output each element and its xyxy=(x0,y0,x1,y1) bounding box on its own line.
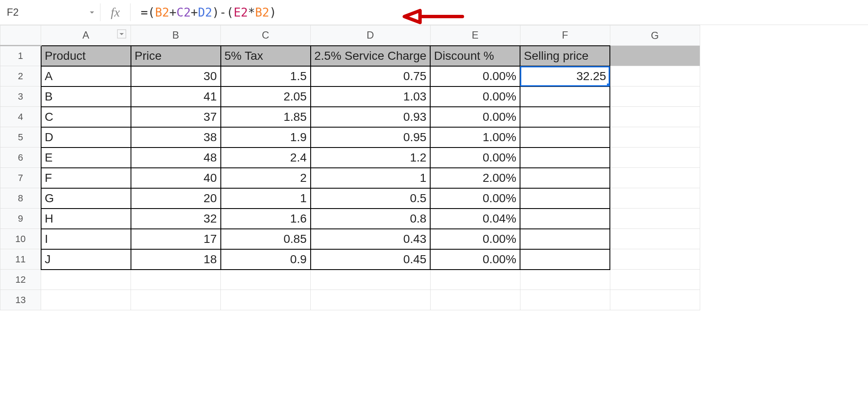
cell-F6[interactable] xyxy=(520,148,610,168)
cell-D3[interactable]: 1.03 xyxy=(311,86,431,107)
cell-F9[interactable] xyxy=(520,209,610,229)
cell-A13[interactable] xyxy=(41,290,131,310)
row-header-11[interactable]: 11 xyxy=(0,249,41,270)
cell-G9[interactable] xyxy=(610,209,700,229)
cell-E9[interactable]: 0.04% xyxy=(430,209,520,229)
cell-F7[interactable] xyxy=(520,168,610,188)
cell-F11[interactable] xyxy=(520,249,610,270)
cell-B10[interactable]: 17 xyxy=(131,229,221,249)
column-header-E[interactable]: E xyxy=(430,25,520,46)
cell-D9[interactable]: 0.8 xyxy=(311,209,431,229)
cell-C12[interactable] xyxy=(221,270,311,290)
cell-E1[interactable]: Discount % xyxy=(430,46,520,66)
cell-D4[interactable]: 0.93 xyxy=(311,107,431,127)
formula-input[interactable]: =(B2+C2+D2)-(E2*B2) xyxy=(131,6,868,19)
cell-B1[interactable]: Price xyxy=(131,46,221,66)
cell-E8[interactable]: 0.00% xyxy=(430,188,520,209)
row-header-5[interactable]: 5 xyxy=(0,127,41,148)
row-header-1[interactable]: 1 xyxy=(0,46,41,66)
cell-G13[interactable] xyxy=(610,290,700,310)
cell-E4[interactable]: 0.00% xyxy=(430,107,520,127)
cell-F4[interactable] xyxy=(520,107,610,127)
select-all-corner[interactable] xyxy=(0,25,41,46)
cell-D13[interactable] xyxy=(311,290,431,310)
cell-A8[interactable]: G xyxy=(41,188,131,209)
cell-C13[interactable] xyxy=(221,290,311,310)
cell-B5[interactable]: 38 xyxy=(131,127,221,148)
cell-F3[interactable] xyxy=(520,86,610,107)
row-header-13[interactable]: 13 xyxy=(0,290,41,310)
cell-C11[interactable]: 0.9 xyxy=(221,249,311,270)
cell-E2[interactable]: 0.00% xyxy=(430,66,520,86)
row-header-4[interactable]: 4 xyxy=(0,107,41,127)
row-header-10[interactable]: 10 xyxy=(0,229,41,249)
cell-D12[interactable] xyxy=(311,270,431,290)
column-header-D[interactable]: D xyxy=(311,25,431,46)
cell-A11[interactable]: J xyxy=(41,249,131,270)
cell-E5[interactable]: 1.00% xyxy=(430,127,520,148)
cell-D1[interactable]: 2.5% Service Charge xyxy=(311,46,431,66)
cell-E6[interactable]: 0.00% xyxy=(430,148,520,168)
cell-D10[interactable]: 0.43 xyxy=(311,229,431,249)
cell-C1[interactable]: 5% Tax xyxy=(221,46,311,66)
column-dropdown-icon[interactable] xyxy=(117,29,126,41)
row-header-12[interactable]: 12 xyxy=(0,270,41,290)
fill-handle[interactable] xyxy=(607,84,610,86)
cell-G12[interactable] xyxy=(610,270,700,290)
cell-F8[interactable] xyxy=(520,188,610,209)
cell-E12[interactable] xyxy=(430,270,520,290)
cell-E7[interactable]: 2.00% xyxy=(430,168,520,188)
cell-G1[interactable] xyxy=(610,46,700,66)
cell-A2[interactable]: A xyxy=(41,66,131,86)
column-header-F[interactable]: F xyxy=(520,25,610,46)
column-header-C[interactable]: C xyxy=(221,25,311,46)
cell-F1[interactable]: Selling price xyxy=(520,46,610,66)
cell-F10[interactable] xyxy=(520,229,610,249)
name-box[interactable]: F2 xyxy=(0,6,100,18)
cell-C4[interactable]: 1.85 xyxy=(221,107,311,127)
cell-C3[interactable]: 2.05 xyxy=(221,86,311,107)
cell-G3[interactable] xyxy=(610,86,700,107)
cell-D2[interactable]: 0.75 xyxy=(311,66,431,86)
cell-E11[interactable]: 0.00% xyxy=(430,249,520,270)
cell-C8[interactable]: 1 xyxy=(221,188,311,209)
cell-E10[interactable]: 0.00% xyxy=(430,229,520,249)
cell-G10[interactable] xyxy=(610,229,700,249)
cell-C9[interactable]: 1.6 xyxy=(221,209,311,229)
row-header-9[interactable]: 9 xyxy=(0,209,41,229)
cell-A1[interactable]: Product xyxy=(41,46,131,66)
cell-B8[interactable]: 20 xyxy=(131,188,221,209)
cell-G8[interactable] xyxy=(610,188,700,209)
cell-F13[interactable] xyxy=(520,290,610,310)
name-box-dropdown-icon[interactable] xyxy=(88,8,96,16)
cell-G6[interactable] xyxy=(610,148,700,168)
cell-A3[interactable]: B xyxy=(41,86,131,107)
cell-E3[interactable]: 0.00% xyxy=(430,86,520,107)
cell-A12[interactable] xyxy=(41,270,131,290)
cell-B13[interactable] xyxy=(131,290,221,310)
cell-B2[interactable]: 30 xyxy=(131,66,221,86)
column-header-A[interactable]: A xyxy=(41,25,131,46)
cell-F2[interactable]: 32.25 xyxy=(520,66,610,86)
row-header-6[interactable]: 6 xyxy=(0,148,41,168)
cell-B7[interactable]: 40 xyxy=(131,168,221,188)
cell-C5[interactable]: 1.9 xyxy=(221,127,311,148)
cell-D8[interactable]: 0.5 xyxy=(311,188,431,209)
column-header-B[interactable]: B xyxy=(131,25,221,46)
row-header-8[interactable]: 8 xyxy=(0,188,41,209)
cell-C6[interactable]: 2.4 xyxy=(221,148,311,168)
cell-D11[interactable]: 0.45 xyxy=(311,249,431,270)
cell-A7[interactable]: F xyxy=(41,168,131,188)
cell-G5[interactable] xyxy=(610,127,700,148)
cell-A6[interactable]: E xyxy=(41,148,131,168)
cell-G11[interactable] xyxy=(610,249,700,270)
cell-B9[interactable]: 32 xyxy=(131,209,221,229)
cell-D5[interactable]: 0.95 xyxy=(311,127,431,148)
cell-G4[interactable] xyxy=(610,107,700,127)
cell-E13[interactable] xyxy=(430,290,520,310)
cell-B6[interactable]: 48 xyxy=(131,148,221,168)
column-header-G[interactable]: G xyxy=(610,25,700,46)
cell-D6[interactable]: 1.2 xyxy=(311,148,431,168)
cell-F5[interactable] xyxy=(520,127,610,148)
cell-A4[interactable]: C xyxy=(41,107,131,127)
